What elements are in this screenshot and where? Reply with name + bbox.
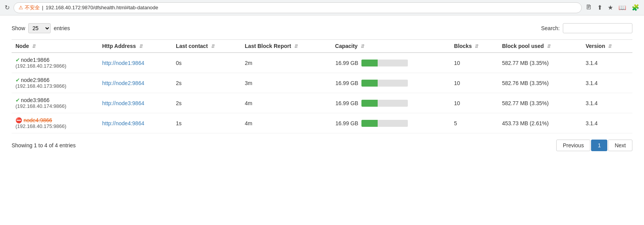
th-http-address[interactable]: Http Address ⇵ [98, 40, 172, 53]
node-cell: ✔node2:9866 (192.168.40.173:9866) [12, 73, 98, 93]
th-node[interactable]: Node ⇵ [12, 40, 98, 53]
capacity-label: 16.99 GB [335, 80, 358, 86]
th-blocks[interactable]: Blocks ⇵ [450, 40, 498, 53]
last-block-report-cell: 4m [241, 93, 331, 113]
version-cell: 3.1.4 [582, 93, 632, 113]
check-icon: ✔ [15, 97, 20, 103]
http-address-cell[interactable]: http://node2:9864 [98, 73, 172, 93]
capacity-bar [361, 120, 408, 127]
datanode-table: Node ⇵ Http Address ⇵ Last contact ⇵ [12, 39, 632, 133]
capacity-label: 16.99 GB [335, 120, 358, 126]
block-pool-used-cell: 582.76 MB (3.35%) [498, 73, 582, 93]
sort-icon-http[interactable]: ⇵ [139, 44, 143, 49]
share-icon[interactable]: ⬆ [597, 4, 602, 11]
http-link[interactable]: http://node2:9864 [102, 80, 144, 86]
capacity-cell: 16.99 GB [331, 113, 450, 133]
decom-icon: ⛔ [15, 117, 22, 123]
table-header-row: Node ⇵ Http Address ⇵ Last contact ⇵ [12, 40, 632, 53]
capacity-bar [361, 80, 408, 87]
check-icon: ✔ [15, 57, 20, 63]
http-link[interactable]: http://node1:9864 [102, 60, 144, 66]
http-address-cell[interactable]: http://node4:9864 [98, 113, 172, 133]
node-cell: ⛔ node4:9866 (192.168.40.175:9866) [12, 113, 98, 133]
reading-list-icon[interactable]: 📖 [618, 4, 626, 11]
th-last-contact[interactable]: Last contact ⇵ [172, 40, 241, 53]
page-content: Show 25 10 50 100 entries Search: Node ⇵ [0, 15, 644, 159]
sort-icon-version[interactable]: ⇵ [608, 44, 612, 49]
last-block-report-cell: 3m [241, 73, 331, 93]
last-contact-cell: 1s [172, 113, 241, 133]
pagination: Previous 1 Next [556, 140, 632, 151]
sort-icon-pool[interactable]: ⇵ [547, 44, 551, 49]
table-row: ✔node2:9866 (192.168.40.173:9866) http:/… [12, 73, 632, 93]
node-cell: ✔node1:9866 (192.168.40.172:9866) [12, 53, 98, 73]
http-address-cell[interactable]: http://node1:9864 [98, 53, 172, 73]
search-box: Search: [541, 23, 632, 33]
last-block-report-cell: 2m [241, 53, 331, 73]
showing-text: Showing 1 to 4 of 4 entries [12, 142, 76, 148]
capacity-cell: 16.99 GB [331, 93, 450, 113]
last-contact-cell: 2s [172, 73, 241, 93]
sort-icon-capacity[interactable]: ⇵ [361, 44, 365, 49]
sort-icon-blocks[interactable]: ⇵ [475, 44, 479, 49]
blocks-cell: 10 [450, 53, 498, 73]
translate-icon[interactable]: 🖹 [586, 4, 592, 11]
refresh-icon[interactable]: ↻ [5, 4, 10, 11]
last-contact-cell: 0s [172, 53, 241, 73]
capacity-fill [361, 80, 378, 87]
version-cell: 3.1.4 [582, 113, 632, 133]
version-cell: 3.1.4 [582, 53, 632, 73]
table-row: ✔node1:9866 (192.168.40.172:9866) http:/… [12, 53, 632, 73]
capacity-label: 16.99 GB [335, 60, 358, 66]
http-link[interactable]: http://node3:9864 [102, 100, 144, 106]
capacity-cell: 16.99 GB [331, 73, 450, 93]
blocks-cell: 10 [450, 93, 498, 113]
page-1-button[interactable]: 1 [591, 140, 607, 151]
controls-row: Show 25 10 50 100 entries Search: [12, 23, 632, 33]
th-block-pool-used[interactable]: Block pool used ⇵ [498, 40, 582, 53]
last-contact-cell: 2s [172, 93, 241, 113]
check-icon: ✔ [15, 77, 20, 83]
capacity-cell: 16.99 GB [331, 53, 450, 73]
sort-icon-contact[interactable]: ⇵ [211, 44, 215, 49]
previous-button[interactable]: Previous [556, 140, 590, 151]
url-bar[interactable]: ⚠ 不安全 | 192.168.40.172:9870/dfshealth.ht… [14, 2, 582, 13]
browser-toolbar-icons: 🖹 ⬆ ★ 📖 🧩 [586, 4, 639, 11]
footer-row: Showing 1 to 4 of 4 entries Previous 1 N… [12, 140, 632, 151]
entries-label: entries [54, 25, 70, 31]
sort-icon-block-report[interactable]: ⇵ [294, 44, 298, 49]
last-block-report-cell: 4m [241, 113, 331, 133]
capacity-fill [361, 60, 378, 66]
capacity-label: 16.99 GB [335, 100, 358, 106]
th-last-block-report[interactable]: Last Block Report ⇵ [241, 40, 331, 53]
bookmark-icon[interactable]: ★ [608, 4, 613, 11]
http-address-cell[interactable]: http://node3:9864 [98, 93, 172, 113]
capacity-bar [361, 60, 408, 66]
show-entries: Show 25 10 50 100 entries [12, 23, 70, 33]
browser-chrome: ↻ ⚠ 不安全 | 192.168.40.172:9870/dfshealth.… [0, 0, 644, 15]
search-input[interactable] [563, 23, 632, 33]
block-pool-used-cell: 453.73 MB (2.61%) [498, 113, 582, 133]
blocks-cell: 10 [450, 73, 498, 93]
extensions-icon[interactable]: 🧩 [632, 4, 639, 11]
capacity-bar [361, 100, 408, 107]
http-link[interactable]: http://node4:9864 [102, 120, 144, 126]
version-cell: 3.1.4 [582, 73, 632, 93]
th-capacity[interactable]: Capacity ⇵ [331, 40, 450, 53]
block-pool-used-cell: 582.77 MB (3.35%) [498, 53, 582, 73]
next-button[interactable]: Next [608, 140, 632, 151]
capacity-fill [361, 120, 378, 127]
show-label: Show [12, 25, 25, 31]
capacity-fill [361, 100, 378, 107]
block-pool-used-cell: 582.77 MB (3.35%) [498, 93, 582, 113]
entries-select[interactable]: 25 10 50 100 [28, 23, 51, 33]
blocks-cell: 5 [450, 113, 498, 133]
url-text: 192.168.40.172:9870/dfshealth.html#tab-d… [46, 5, 158, 10]
table-row: ✔node3:9866 (192.168.40.174:9866) http:/… [12, 93, 632, 113]
search-label: Search: [541, 25, 560, 31]
node-cell: ✔node3:9866 (192.168.40.174:9866) [12, 93, 98, 113]
sort-icon-node[interactable]: ⇵ [32, 44, 36, 49]
table-row: ⛔ node4:9866 (192.168.40.175:9866) http:… [12, 113, 632, 133]
security-warning: ⚠ 不安全 [19, 4, 40, 11]
th-version[interactable]: Version ⇵ [582, 40, 632, 53]
